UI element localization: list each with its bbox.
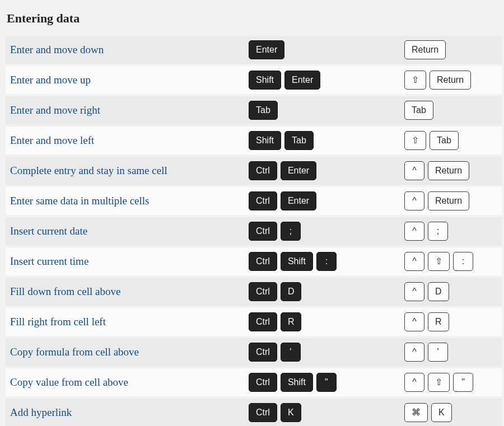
- key-light: Tab: [430, 131, 459, 150]
- key-dark: D: [281, 282, 302, 301]
- shortcut-desc[interactable]: Copy formula from cell above: [6, 340, 243, 364]
- windows-keys: CtrlK: [243, 399, 399, 426]
- mac-keys: ^;: [399, 217, 502, 245]
- key-light: ⌘: [404, 403, 428, 422]
- key-dark: Ctrl: [249, 343, 277, 362]
- table-row: Copy value from cell aboveCtrlShift"^⇧": [6, 368, 502, 396]
- shortcut-link[interactable]: Copy formula from cell above: [10, 346, 139, 358]
- key-light: :: [453, 252, 473, 271]
- section-title: Entering data: [7, 11, 504, 26]
- table-row: Copy formula from cell aboveCtrl'^': [6, 338, 502, 366]
- shortcut-desc[interactable]: Add hyperlink: [6, 401, 243, 424]
- shortcut-link[interactable]: Enter and move up: [10, 74, 91, 86]
- key-dark: Ctrl: [249, 252, 277, 271]
- key-dark: Enter: [249, 40, 284, 59]
- windows-keys: CtrlEnter: [243, 187, 399, 215]
- table-row: Enter same data in multiple cellsCtrlEnt…: [6, 187, 502, 215]
- windows-keys: CtrlShift": [243, 368, 399, 396]
- key-light: ^: [404, 312, 424, 331]
- key-dark: ": [316, 373, 337, 392]
- table-row: Insert current timeCtrlShift:^⇧:: [6, 247, 502, 275]
- mac-keys: ⌘K: [399, 399, 502, 426]
- key-dark: Shift: [281, 373, 313, 392]
- key-dark: ;: [281, 222, 301, 241]
- mac-keys: ^Return: [399, 157, 502, 185]
- key-light: Return: [430, 71, 471, 90]
- key-light: ;: [428, 222, 448, 241]
- windows-keys: Ctrl': [243, 338, 399, 366]
- key-light: ^: [404, 161, 424, 180]
- windows-keys: CtrlEnter: [243, 157, 399, 185]
- mac-keys: ^R: [399, 308, 502, 336]
- shortcut-desc[interactable]: Enter and move left: [6, 129, 243, 152]
- windows-keys: Enter: [243, 36, 399, 64]
- shortcut-desc[interactable]: Fill down from cell above: [6, 280, 243, 303]
- key-light: ⇧: [428, 373, 450, 392]
- key-light: Tab: [404, 101, 433, 120]
- key-dark: ': [281, 343, 301, 362]
- shortcut-desc[interactable]: Insert current time: [6, 250, 243, 273]
- shortcut-desc[interactable]: Enter and move up: [6, 68, 243, 92]
- windows-keys: ShiftTab: [243, 127, 399, 155]
- table-row: Add hyperlinkCtrlK⌘K: [6, 399, 502, 426]
- key-dark: K: [281, 403, 301, 422]
- shortcut-desc[interactable]: Enter and move down: [6, 38, 243, 62]
- shortcut-link[interactable]: Add hyperlink: [10, 406, 72, 418]
- shortcut-link[interactable]: Insert current time: [10, 255, 88, 267]
- key-light: ⇧: [428, 252, 450, 271]
- shortcut-link[interactable]: Insert current date: [10, 225, 87, 237]
- key-dark: Tab: [284, 131, 314, 150]
- key-dark: Ctrl: [249, 403, 277, 422]
- key-light: K: [431, 403, 452, 422]
- windows-keys: Ctrl;: [243, 217, 399, 245]
- shortcut-desc[interactable]: Insert current date: [6, 219, 243, 243]
- shortcut-link[interactable]: Enter and move left: [10, 134, 94, 146]
- key-dark: Enter: [281, 191, 316, 210]
- mac-keys: ^⇧": [399, 368, 502, 396]
- key-light: ⇧: [404, 71, 426, 90]
- mac-keys: Return: [399, 36, 502, 64]
- key-light: Return: [428, 191, 469, 210]
- mac-keys: ^': [399, 338, 502, 366]
- table-row: Complete entry and stay in same cellCtrl…: [6, 157, 502, 185]
- key-light: ^: [404, 222, 424, 241]
- key-light: D: [428, 282, 449, 301]
- shortcut-desc[interactable]: Enter and move right: [6, 99, 243, 122]
- key-dark: R: [281, 312, 302, 331]
- windows-keys: CtrlShift:: [243, 247, 399, 275]
- key-dark: Shift: [249, 131, 281, 150]
- shortcut-link[interactable]: Enter and move down: [10, 44, 104, 55]
- windows-keys: Tab: [243, 96, 399, 124]
- shortcut-desc[interactable]: Complete entry and stay in same cell: [6, 159, 243, 182]
- shortcut-link[interactable]: Fill down from cell above: [10, 285, 120, 297]
- windows-keys: ShiftEnter: [243, 66, 399, 94]
- table-row: Enter and move downEnterReturn: [6, 36, 502, 64]
- shortcut-link[interactable]: Enter same data in multiple cells: [10, 195, 150, 207]
- key-dark: Ctrl: [249, 191, 277, 210]
- key-light: ^: [404, 191, 424, 210]
- shortcut-desc[interactable]: Fill right from cell left: [6, 310, 243, 334]
- table-row: Enter and move upShiftEnter⇧Return: [6, 66, 502, 94]
- key-dark: Ctrl: [249, 373, 277, 392]
- key-light: ": [453, 373, 473, 392]
- shortcut-desc[interactable]: Copy value from cell above: [6, 371, 243, 394]
- key-light: ^: [404, 282, 424, 301]
- shortcut-link[interactable]: Fill right from cell left: [10, 316, 106, 327]
- key-light: Return: [428, 161, 469, 180]
- key-light: ^: [404, 373, 424, 392]
- table-row: Insert current dateCtrl;^;: [6, 217, 502, 245]
- table-row: Enter and move leftShiftTab⇧Tab: [6, 127, 502, 155]
- windows-keys: CtrlD: [243, 278, 399, 306]
- shortcut-desc[interactable]: Enter same data in multiple cells: [6, 189, 243, 213]
- key-dark: Enter: [284, 71, 320, 90]
- key-dark: Ctrl: [249, 161, 277, 180]
- key-light: ': [428, 343, 448, 362]
- table-row: Fill right from cell leftCtrlR^R: [6, 308, 502, 336]
- key-dark: Tab: [249, 101, 278, 120]
- shortcut-link[interactable]: Complete entry and stay in same cell: [10, 165, 167, 176]
- mac-keys: ^D: [399, 278, 502, 306]
- mac-keys: ⇧Tab: [399, 127, 502, 155]
- shortcut-link[interactable]: Copy value from cell above: [10, 376, 128, 388]
- shortcut-link[interactable]: Enter and move right: [10, 104, 100, 116]
- key-dark: Shift: [249, 71, 281, 90]
